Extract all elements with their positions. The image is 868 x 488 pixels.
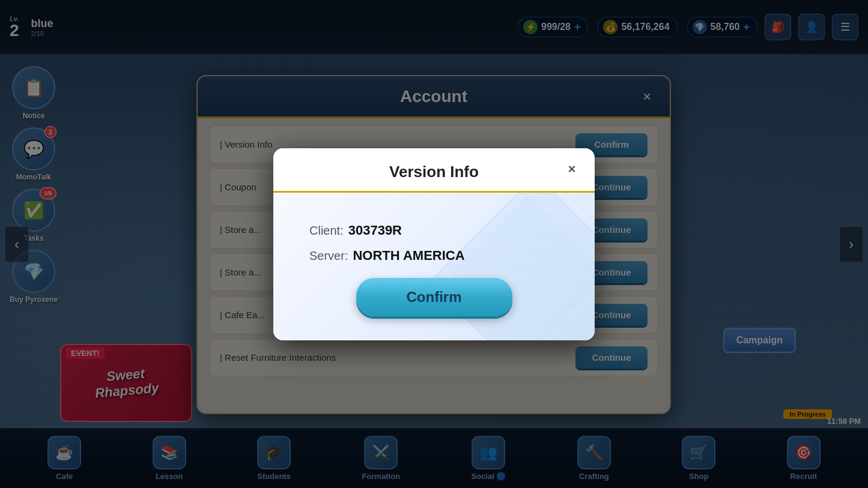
version-modal-overlay: Version Info × Client: 303739R Server: N… (0, 0, 868, 488)
version-confirm-button[interactable]: Confirm (356, 278, 512, 316)
server-info-row: Server: NORTH AMERICA (309, 248, 559, 264)
client-label: Client: (309, 224, 344, 238)
version-modal-close-button[interactable]: × (561, 158, 583, 180)
version-modal-title: Version Info (389, 163, 479, 181)
client-info-row: Client: 303739R (309, 223, 559, 238)
server-value: NORTH AMERICA (353, 248, 464, 264)
server-label: Server: (309, 249, 348, 263)
version-modal-header: Version Info × (273, 148, 595, 193)
client-value: 303739R (348, 223, 402, 238)
version-info-modal: Version Info × Client: 303739R Server: N… (273, 148, 595, 340)
version-modal-body: Client: 303739R Server: NORTH AMERICA Co… (273, 193, 595, 340)
